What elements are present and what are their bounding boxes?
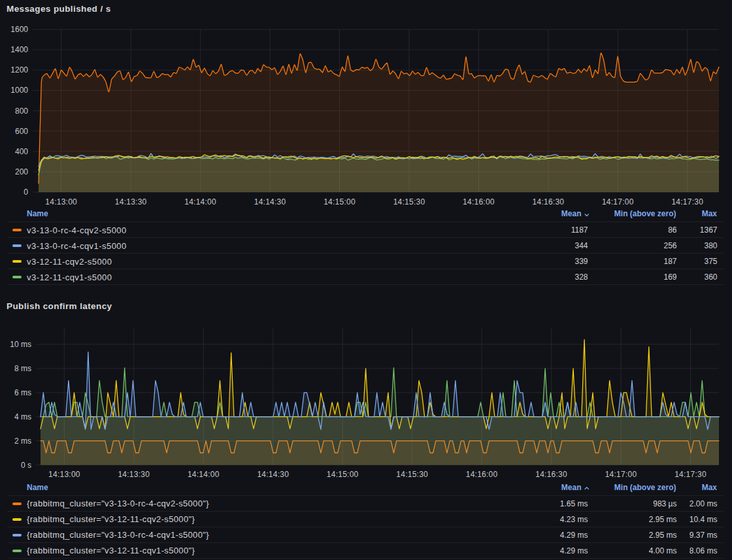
svg-text:10 ms: 10 ms <box>10 340 31 349</box>
svg-text:14:15:00: 14:15:00 <box>327 470 359 479</box>
svg-text:14:14:30: 14:14:30 <box>254 197 286 206</box>
svg-text:800: 800 <box>15 107 28 116</box>
svg-text:1600: 1600 <box>10 25 28 34</box>
svg-text:14:14:00: 14:14:00 <box>188 470 220 479</box>
svg-text:400: 400 <box>15 147 28 156</box>
svg-text:14:14:00: 14:14:00 <box>184 197 216 206</box>
svg-text:14:15:30: 14:15:30 <box>393 197 425 206</box>
svg-text:1200: 1200 <box>10 65 28 74</box>
svg-text:14:13:00: 14:13:00 <box>48 470 80 479</box>
svg-text:0 s: 0 s <box>21 461 31 470</box>
svg-text:4 ms: 4 ms <box>14 412 31 421</box>
svg-text:1000: 1000 <box>10 86 28 95</box>
svg-text:1400: 1400 <box>10 45 28 54</box>
svg-text:14:17:30: 14:17:30 <box>671 197 703 206</box>
svg-text:14:13:30: 14:13:30 <box>118 470 150 479</box>
svg-text:200: 200 <box>15 167 28 176</box>
svg-text:0: 0 <box>24 188 28 197</box>
svg-text:14:13:30: 14:13:30 <box>115 197 147 206</box>
svg-text:14:17:30: 14:17:30 <box>674 470 707 479</box>
svg-text:6 ms: 6 ms <box>14 388 31 397</box>
svg-text:14:14:30: 14:14:30 <box>257 470 289 479</box>
svg-text:14:16:30: 14:16:30 <box>535 470 567 479</box>
svg-text:14:17:00: 14:17:00 <box>602 197 634 206</box>
svg-text:14:16:00: 14:16:00 <box>463 197 495 206</box>
svg-text:14:13:00: 14:13:00 <box>45 197 77 206</box>
svg-text:14:16:00: 14:16:00 <box>466 470 498 479</box>
svg-text:14:15:30: 14:15:30 <box>396 470 428 479</box>
svg-text:2 ms: 2 ms <box>14 436 31 446</box>
svg-text:8 ms: 8 ms <box>14 364 31 373</box>
svg-text:14:15:00: 14:15:00 <box>324 197 356 206</box>
svg-text:14:16:30: 14:16:30 <box>533 197 565 206</box>
svg-text:14:17:00: 14:17:00 <box>605 470 637 479</box>
svg-text:600: 600 <box>15 127 28 136</box>
